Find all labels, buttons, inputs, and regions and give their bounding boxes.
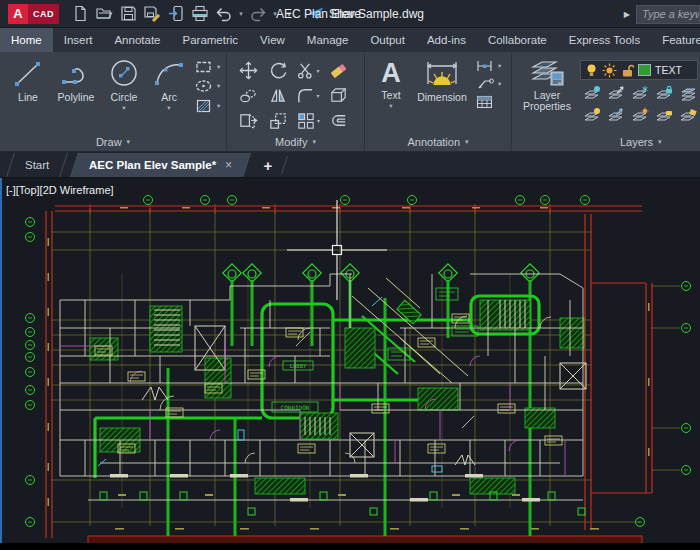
ribbon-tab-annotate[interactable]: Annotate bbox=[103, 28, 171, 52]
layer-match-button[interactable] bbox=[676, 82, 700, 104]
layer-unisolate-button[interactable] bbox=[604, 82, 628, 104]
new-file-icon bbox=[72, 5, 89, 22]
circle-button[interactable]: Circle ▾ bbox=[100, 56, 148, 112]
trim-button[interactable]: ▾ bbox=[293, 58, 323, 83]
save-to-mobile-button[interactable] bbox=[165, 3, 187, 25]
file-tab-start[interactable]: Start bbox=[6, 153, 68, 177]
plot-button[interactable] bbox=[189, 3, 211, 25]
move-button[interactable] bbox=[233, 58, 263, 83]
panel-footer-layers[interactable]: Layers▾ bbox=[512, 133, 700, 151]
ribbon-tab-parametric[interactable]: Parametric bbox=[172, 28, 250, 52]
layer-color-swatch bbox=[638, 64, 651, 76]
search-input[interactable]: Type a keyw bbox=[636, 5, 700, 24]
app-menu-button[interactable]: A CAD bbox=[8, 4, 59, 24]
share-plane-icon bbox=[307, 6, 324, 21]
ribbon-tab-collaborate[interactable]: Collaborate bbox=[477, 28, 558, 52]
mirror-button[interactable] bbox=[263, 83, 293, 108]
ribbon-tab-express-tools[interactable]: Express Tools bbox=[558, 28, 651, 52]
layer-unlock-all-button[interactable] bbox=[652, 104, 676, 126]
stretch-button[interactable] bbox=[233, 108, 263, 133]
arc-icon bbox=[152, 58, 186, 90]
ribbon-tab-addins[interactable]: Add-ins bbox=[416, 28, 477, 52]
circle-dropdown-caret[interactable]: ▾ bbox=[122, 104, 125, 112]
text-button[interactable]: A Text ▾ bbox=[371, 56, 411, 110]
layer-properties-button[interactable]: Layer Properties bbox=[516, 56, 578, 112]
autocad-logo-text: CAD bbox=[28, 4, 59, 24]
layer-lock-button[interactable] bbox=[652, 82, 676, 104]
scale-icon bbox=[268, 111, 288, 131]
undo-button[interactable] bbox=[213, 3, 235, 25]
ellipse-button[interactable]: ▾ bbox=[194, 78, 220, 94]
ribbon-tab-bar: Home Insert Annotate Parametric View Man… bbox=[0, 28, 700, 52]
copy-button[interactable] bbox=[233, 83, 263, 108]
redo-button[interactable] bbox=[247, 3, 269, 25]
erase-button[interactable] bbox=[323, 58, 353, 83]
fillet-icon bbox=[296, 86, 315, 105]
new-file-button[interactable] bbox=[69, 3, 91, 25]
ribbon-tab-manage[interactable]: Manage bbox=[296, 28, 360, 52]
leader-button[interactable]: ▾ bbox=[475, 76, 501, 91]
close-tab-icon[interactable]: × bbox=[226, 158, 233, 172]
save-button[interactable] bbox=[117, 3, 139, 25]
text-dropdown-caret[interactable]: ▾ bbox=[389, 102, 392, 110]
arc-dropdown-caret[interactable]: ▾ bbox=[167, 104, 170, 112]
linear-dimension-button[interactable]: ▾ bbox=[475, 59, 501, 73]
viewport-controls[interactable]: [-][Top][2D Wireframe] bbox=[6, 184, 114, 196]
drawing-canvas[interactable]: [-][Top][2D Wireframe] bbox=[0, 178, 700, 550]
save-icon bbox=[120, 5, 137, 22]
layer-off-button[interactable] bbox=[580, 104, 604, 126]
offset-button[interactable] bbox=[323, 108, 353, 133]
printer-icon bbox=[191, 5, 209, 22]
modify-panel-caret: ▾ bbox=[312, 138, 316, 146]
layer-thaw-all-button[interactable] bbox=[628, 104, 652, 126]
panel-footer-draw[interactable]: Draw▾ bbox=[0, 133, 226, 151]
open-file-button[interactable] bbox=[93, 3, 115, 25]
panel-footer-annotation[interactable]: Annotation▾ bbox=[365, 133, 511, 151]
table-button[interactable] bbox=[475, 94, 501, 110]
annotation-panel-caret: ▾ bbox=[465, 138, 469, 146]
rectangle-button[interactable]: ▾ bbox=[194, 59, 220, 75]
undo-dropdown-caret[interactable]: ▾ bbox=[237, 10, 245, 18]
lobby-label: LOBBY bbox=[290, 363, 307, 369]
undo-icon bbox=[215, 6, 233, 22]
panel-modify: ▾ ▾ ▾ Modify▾ bbox=[226, 52, 364, 151]
redo-dropdown-caret[interactable]: ▾ bbox=[271, 10, 279, 18]
dimension-button[interactable]: Dimension bbox=[411, 56, 473, 103]
move-icon bbox=[238, 60, 259, 81]
new-drawing-tab-button[interactable]: + bbox=[264, 157, 273, 174]
ribbon-tab-featured-apps[interactable]: Featured Apps bbox=[651, 28, 700, 52]
arc-button[interactable]: Arc ▾ bbox=[148, 56, 190, 112]
customize-qat-caret[interactable]: ▾ bbox=[285, 9, 293, 19]
array-button[interactable]: ▾ bbox=[293, 108, 323, 133]
file-tab-aec-plan-elev-sample[interactable]: AEC Plan Elev Sample* × bbox=[70, 153, 251, 177]
layer-make-current-button[interactable] bbox=[604, 104, 628, 126]
ribbon-tab-insert[interactable]: Insert bbox=[53, 28, 104, 52]
fillet-button[interactable]: ▾ bbox=[293, 83, 323, 108]
line-icon bbox=[11, 58, 45, 90]
trim-scissors-icon bbox=[296, 61, 315, 80]
ribbon-tab-home[interactable]: Home bbox=[0, 28, 53, 52]
polyline-button[interactable]: Polyline bbox=[52, 56, 100, 103]
ribbon-tab-view[interactable]: View bbox=[249, 28, 296, 52]
rotate-button[interactable] bbox=[263, 58, 293, 83]
scale-button[interactable] bbox=[263, 108, 293, 133]
polyline-icon bbox=[59, 58, 93, 90]
save-as-button[interactable] bbox=[141, 3, 163, 25]
search-expand-icon[interactable]: ▶ bbox=[624, 10, 630, 19]
redo-icon bbox=[249, 6, 267, 22]
text-icon: A bbox=[381, 58, 401, 88]
rectangle-icon bbox=[194, 59, 214, 75]
layer-select[interactable]: TEXT bbox=[580, 60, 698, 80]
border-lines bbox=[46, 204, 652, 538]
hatch-button[interactable]: ▾ bbox=[194, 97, 220, 115]
line-button[interactable]: Line bbox=[4, 56, 52, 103]
layer-freeze-button[interactable] bbox=[628, 82, 652, 104]
share-button[interactable]: Share bbox=[307, 6, 361, 21]
explode-button[interactable] bbox=[323, 83, 353, 108]
rotate-icon bbox=[268, 60, 289, 81]
cad-drawing: CORRIDOR LOBBY bbox=[0, 178, 700, 550]
panel-footer-modify[interactable]: Modify▾ bbox=[227, 133, 364, 151]
layer-walk-button[interactable] bbox=[676, 104, 700, 126]
ribbon-tab-output[interactable]: Output bbox=[359, 28, 416, 52]
layer-isolate-button[interactable] bbox=[580, 82, 604, 104]
